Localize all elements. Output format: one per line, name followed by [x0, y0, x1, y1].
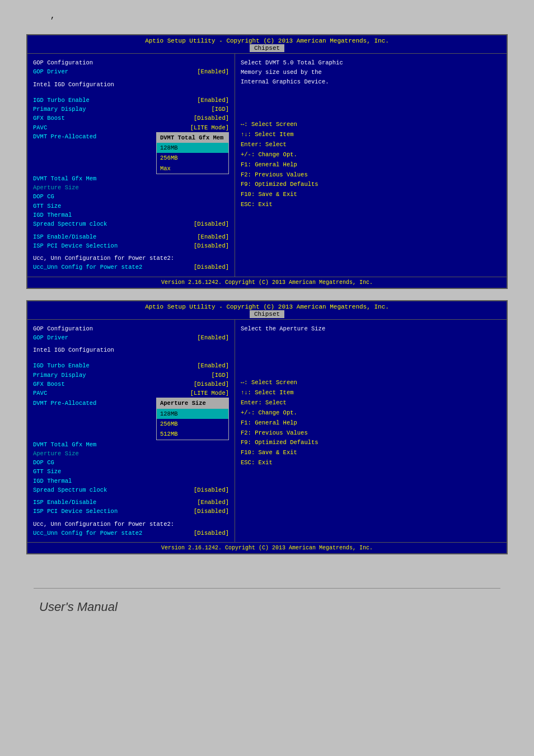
item-label: ISP Enable/Disable	[33, 232, 145, 241]
help-key: Enter: Select	[241, 140, 501, 150]
item-value: [LITE Mode]	[190, 389, 229, 398]
list-item: PAVC [LITE Mode]	[33, 123, 229, 132]
list-item: GOP Driver [Enabled]	[33, 333, 229, 342]
item-label: DOP CG	[33, 458, 145, 467]
list-item: DOP CG	[33, 192, 229, 201]
item-label-aperture: Aperture Size	[33, 449, 145, 458]
dvmt-popup-item-max[interactable]: Max	[157, 164, 228, 174]
item-value: [Disabled]	[194, 507, 229, 516]
list-item: Ucc, Unn Configuration for Power state2:	[33, 520, 229, 529]
dvmt-popup-item-128[interactable]: 128MB	[157, 143, 228, 153]
bios-tab-chipset-1[interactable]: Chipset	[250, 44, 284, 52]
item-label: GTT Size	[33, 467, 145, 476]
help-key: F1: General Help	[241, 418, 501, 428]
bios-window-1: Aptio Setup Utility - Copyright (C) 2013…	[26, 34, 508, 289]
list-item: DVMT Total Gfx Mem	[33, 440, 229, 449]
item-label: Ucc_Unn Config for Power state2	[33, 263, 145, 272]
list-item: Ucc_Unn Config for Power state2 [Disable…	[33, 529, 229, 538]
list-item: IGD Thermal	[33, 477, 229, 486]
list-item: Primary Display [IGD]	[33, 371, 229, 380]
item-value: [LITE Mode]	[190, 123, 229, 132]
comma-marker: ,	[50, 11, 517, 20]
bios-title-1: Aptio Setup Utility - Copyright (C) 2013…	[29, 38, 505, 44]
item-value: [Enabled]	[197, 361, 229, 370]
item-label: Ucc_Unn Config for Power state2	[33, 529, 145, 538]
list-item: GOP Configuration	[33, 324, 229, 333]
help-key: F10: Save & Exit	[241, 448, 501, 458]
list-item: GOP Driver [Enabled]	[33, 67, 229, 76]
bios-tab-chipset-2[interactable]: Chipset	[250, 310, 284, 318]
bios-footer-1: Version 2.16.1242. Copyright (C) 2013 Am…	[27, 277, 507, 288]
help-description-1: Select DVMT 5.0 Total Graphic Memory siz…	[241, 58, 501, 86]
help-desc-line: Memory size used by the	[241, 68, 501, 77]
help-key: +/-: Change Opt.	[241, 408, 501, 418]
aperture-popup-item-256[interactable]: 256MB	[157, 419, 228, 429]
item-label: Primary Display	[33, 105, 145, 114]
item-value: [Disabled]	[194, 380, 229, 389]
item-value: [Enabled]	[197, 67, 229, 76]
item-label: GFX Boost	[33, 380, 145, 389]
list-item: GFX Boost [Disabled]	[33, 114, 229, 123]
list-item: ISP Enable/Disable [Enabled]	[33, 498, 229, 507]
item-label: DVMT Pre-Allocated	[33, 132, 145, 141]
list-item: Primary Display [IGD]	[33, 105, 229, 114]
list-item: IGD Turbo Enable [Enabled]	[33, 361, 229, 370]
item-label: GOP Driver	[33, 67, 145, 76]
list-item: GOP Configuration	[33, 58, 229, 67]
item-label: IGD Turbo Enable	[33, 361, 145, 370]
help-key: F9: Optimized Defaults	[241, 180, 501, 190]
item-label: ISP Enable/Disable	[33, 498, 145, 507]
list-item: DVMT Total Gfx Mem	[33, 174, 229, 183]
help-key: F2: Previous Values	[241, 170, 501, 180]
item-value: [Disabled]	[194, 114, 229, 123]
item-value: [Disabled]	[194, 241, 229, 250]
item-value: [Enabled]	[197, 232, 229, 241]
list-item: DVMT Pre-Allocated DVMT Total Gfx Mem 12…	[33, 132, 229, 174]
item-label: Ucc, Unn Configuration for Power state2:	[33, 520, 174, 529]
list-item: Aperture Size	[33, 449, 229, 458]
page-wrapper: , Aptio Setup Utility - Copyright (C) 20…	[0, 0, 534, 626]
item-label: DVMT Total Gfx Mem	[33, 440, 145, 449]
item-value: [Enabled]	[197, 96, 229, 105]
bios-body-2: GOP Configuration GOP Driver [Enabled] I…	[27, 320, 507, 543]
item-label: Ucc, Unn Configuration for Power state2:	[33, 254, 174, 263]
aperture-popup-item-512[interactable]: 512MB	[157, 429, 228, 439]
help-key: F9: Optimized Defaults	[241, 438, 501, 448]
divider	[34, 588, 500, 589]
help-key: ↑↓: Select Item	[241, 388, 501, 398]
help-description-2: Select the Aperture Size	[241, 324, 501, 334]
item-label: GTT Size	[33, 202, 145, 211]
item-label: PAVC	[33, 389, 145, 398]
list-item: ISP Enable/Disable [Enabled]	[33, 232, 229, 241]
item-label: GFX Boost	[33, 114, 145, 123]
help-key: +/-: Change Opt.	[241, 150, 501, 160]
item-value: [Disabled]	[194, 486, 229, 494]
item-label: PAVC	[33, 123, 145, 132]
bios-footer-2: Version 2.16.1242. Copyright (C) 2013 Am…	[27, 542, 507, 553]
bios-title-2: Aptio Setup Utility - Copyright (C) 2013…	[29, 304, 505, 310]
item-value: [IGD]	[211, 371, 229, 380]
item-value: [Disabled]	[194, 529, 229, 538]
list-item: ISP PCI Device Selection [Disabled]	[33, 241, 229, 250]
list-item: ISP PCI Device Selection [Disabled]	[33, 507, 229, 516]
item-value: [Disabled]	[194, 263, 229, 272]
help-key: ↑↓: Select Item	[241, 130, 501, 140]
list-item: PAVC [LITE Mode]	[33, 389, 229, 398]
item-label: IGD Thermal	[33, 211, 145, 220]
list-item: IGD Thermal	[33, 211, 229, 220]
list-item: IGD Turbo Enable [Enabled]	[33, 96, 229, 105]
bios-body-1: GOP Configuration GOP Driver [Enabled] I…	[27, 54, 507, 277]
bios-header-2: Aptio Setup Utility - Copyright (C) 2013…	[27, 301, 507, 320]
list-item: GFX Boost [Disabled]	[33, 380, 229, 389]
help-desc-line: Internal Graphics Device.	[241, 77, 501, 87]
bios-left-1: GOP Configuration GOP Driver [Enabled] I…	[27, 54, 235, 277]
bios-header-1: Aptio Setup Utility - Copyright (C) 2013…	[27, 35, 507, 54]
users-manual-label: User's Manual	[17, 600, 517, 614]
dvmt-popup-item-256[interactable]: 256MB	[157, 153, 228, 163]
aperture-popup-title-2: Aperture Size	[157, 398, 228, 408]
help-key: F1: General Help	[241, 160, 501, 170]
bios-right-1: Select DVMT 5.0 Total Graphic Memory siz…	[235, 54, 507, 277]
bios-right-2: Select the Aperture Size ↔: Select Scree…	[235, 320, 507, 543]
item-label-aperture: Aperture Size	[33, 183, 145, 192]
aperture-popup-item-128[interactable]: 128MB	[157, 409, 228, 419]
